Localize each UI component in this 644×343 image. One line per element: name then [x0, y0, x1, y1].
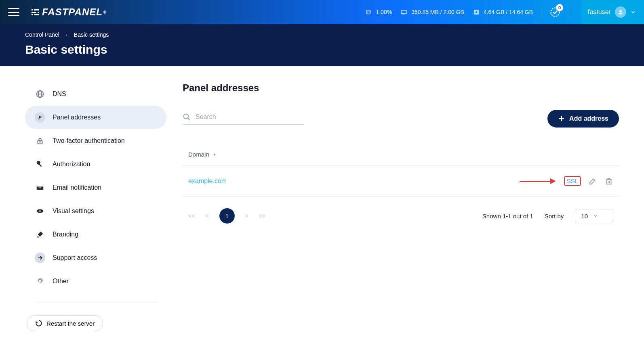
- sidebar-divider: [35, 303, 157, 303]
- svg-rect-14: [38, 163, 42, 167]
- cpu-icon: [364, 8, 373, 16]
- globe-icon: [35, 89, 45, 99]
- header-stats: 1.00% 350.85 MB / 2.00 GB 4.64 GB / 14.6…: [364, 0, 636, 24]
- eye-icon: [35, 206, 45, 216]
- logo-text: FASTPANEL: [42, 6, 103, 18]
- content-area: Panel addresses Add address Domain examp…: [183, 82, 619, 331]
- disk-value: 4.64 GB / 14.64 GB: [484, 9, 533, 15]
- gear-icon: [35, 276, 45, 287]
- sidebar-item-two-factor[interactable]: Two-factor authentication: [25, 129, 166, 153]
- logo-icon: [32, 9, 39, 15]
- sidebar-item-label: Branding: [53, 231, 78, 238]
- per-page-select[interactable]: 10: [575, 209, 613, 223]
- search-input[interactable]: [196, 113, 304, 121]
- sidebar-item-label: Authorization: [53, 161, 90, 168]
- sidebar-item-dns[interactable]: DNS: [25, 82, 166, 106]
- header-divider-2: [569, 6, 569, 18]
- svg-rect-2: [401, 10, 407, 14]
- search-icon: [183, 113, 191, 121]
- ssl-button[interactable]: SSL: [564, 176, 581, 186]
- sub-header: Control Panel Basic settings Basic setti…: [0, 24, 644, 66]
- toolbar: Add address: [183, 110, 619, 128]
- sidebar-item-label: Email notification: [53, 184, 101, 191]
- svg-point-12: [40, 142, 40, 142]
- notification-count-badge: 0: [556, 4, 563, 11]
- stat-memory[interactable]: 350.85 MB / 2.00 GB: [400, 8, 464, 16]
- chevron-down-icon: [630, 9, 636, 15]
- domain-link[interactable]: example.com: [188, 178, 227, 185]
- per-page-value: 10: [581, 213, 588, 220]
- search-box[interactable]: [183, 113, 304, 125]
- sidebar-item-label: Panel addresses: [53, 114, 101, 121]
- pager-last[interactable]: >>: [259, 213, 265, 219]
- chevron-down-icon: [593, 213, 598, 219]
- breadcrumb-root[interactable]: Control Panel: [25, 31, 59, 38]
- sidebar-item-label: Two-factor authentication: [53, 137, 125, 144]
- notifications-button[interactable]: 0: [549, 6, 561, 18]
- lock-icon: [35, 136, 45, 146]
- brush-icon: [35, 229, 45, 240]
- user-menu[interactable]: fastuser: [581, 0, 644, 24]
- arrow-right-icon: [35, 253, 45, 263]
- trash-icon[interactable]: [604, 177, 613, 186]
- svg-line-20: [188, 118, 190, 120]
- svg-point-16: [39, 210, 41, 212]
- pager: << < 1 > >>: [188, 208, 265, 224]
- sort-by-label: Sort by: [545, 213, 564, 220]
- table-row: example.com SSL: [183, 165, 619, 197]
- breadcrumb-current: Basic settings: [74, 31, 109, 38]
- edit-icon[interactable]: [588, 177, 597, 186]
- disk-icon: [472, 8, 480, 16]
- svg-point-13: [37, 161, 40, 165]
- main-layout: DNS F Panel addresses Two-factor authent…: [0, 66, 644, 343]
- column-domain-label: Domain: [188, 151, 209, 158]
- table-header: Domain: [183, 144, 619, 165]
- logo-trademark: ®: [103, 10, 107, 15]
- stat-cpu[interactable]: 1.00%: [364, 8, 392, 16]
- svg-rect-0: [367, 10, 370, 14]
- logo[interactable]: FASTPANEL®: [32, 6, 107, 18]
- cpu-value: 1.00%: [376, 9, 392, 15]
- key-icon: [35, 159, 45, 169]
- column-domain-header[interactable]: Domain: [188, 151, 217, 158]
- plus-icon: [558, 115, 565, 122]
- pager-first[interactable]: <<: [188, 213, 195, 219]
- breadcrumb: Control Panel Basic settings: [25, 31, 619, 38]
- sidebar-item-authorization[interactable]: Authorization: [25, 153, 166, 176]
- memory-value: 350.85 MB / 2.00 GB: [411, 9, 464, 15]
- stat-disk[interactable]: 4.64 GB / 14.64 GB: [472, 8, 533, 16]
- sidebar-item-branding[interactable]: Branding: [25, 223, 166, 246]
- pagination: << < 1 > >> Shown 1-1 out of 1 Sort by 1…: [183, 197, 619, 224]
- sidebar-item-other[interactable]: Other: [25, 270, 166, 293]
- pager-prev[interactable]: <: [205, 213, 208, 219]
- sort-asc-icon: [213, 153, 217, 157]
- username-text: fastuser: [588, 8, 611, 16]
- pager-next[interactable]: >: [245, 213, 248, 219]
- page-title: Basic settings: [25, 43, 619, 56]
- sidebar: DNS F Panel addresses Two-factor authent…: [25, 82, 166, 331]
- svg-rect-17: [37, 236, 39, 238]
- restart-icon: [35, 320, 42, 327]
- envelope-icon: [35, 182, 45, 193]
- sidebar-item-panel-addresses[interactable]: F Panel addresses: [25, 106, 166, 129]
- sidebar-item-support[interactable]: Support access: [25, 246, 166, 270]
- restart-server-button[interactable]: Restart the server: [27, 315, 103, 331]
- menu-hamburger-icon[interactable]: [8, 8, 19, 16]
- top-header: FASTPANEL® 1.00% 350.85 MB / 2.00 GB 4.6…: [0, 0, 644, 24]
- chevron-right-icon: [65, 33, 68, 37]
- sidebar-item-email[interactable]: Email notification: [25, 176, 166, 199]
- svg-rect-1: [368, 11, 370, 13]
- sidebar-item-visual[interactable]: Visual settings: [25, 199, 166, 223]
- panel-icon: F: [35, 112, 45, 123]
- header-divider: [541, 6, 541, 18]
- svg-rect-23: [607, 180, 611, 184]
- sidebar-item-label: Visual settings: [53, 207, 94, 215]
- svg-point-7: [619, 10, 621, 12]
- avatar-icon: [615, 6, 626, 18]
- restart-label: Restart the server: [46, 320, 95, 327]
- svg-point-19: [184, 114, 189, 119]
- add-address-button[interactable]: Add address: [547, 110, 619, 128]
- shown-text: Shown 1-1 out of 1: [482, 213, 533, 220]
- annotation-arrow-icon: [520, 179, 556, 183]
- row-actions: SSL: [520, 176, 613, 186]
